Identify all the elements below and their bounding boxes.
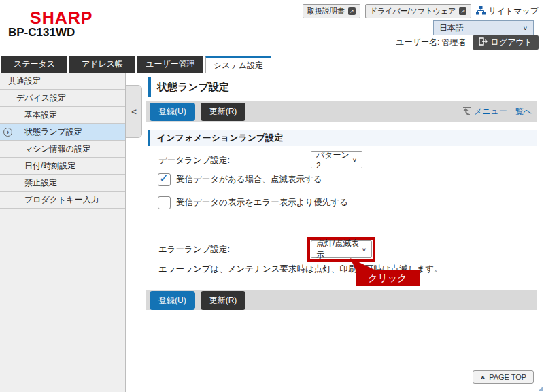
error-lamp-note: エラーランプは、メンテナンス要求時は点灯、印刷不可時は点滅します。	[158, 264, 526, 275]
sidebar-item-label: 状態ランプ設定	[24, 127, 82, 137]
menu-list-label: メニュー一覧へ	[474, 106, 532, 118]
error-lamp-value: 点灯/点滅表示	[316, 238, 362, 261]
sidebar-item-date-time-settings[interactable]: › 日付/時刻設定	[0, 158, 125, 175]
tab-user-management[interactable]: ユーザー管理	[137, 56, 203, 73]
blink-display-checkbox[interactable]: ✓	[158, 173, 171, 186]
register-button-bottom[interactable]: 登録(U)	[150, 291, 195, 310]
tab-system-settings[interactable]: システム設定	[205, 56, 271, 73]
caret-up-icon: ∧	[480, 374, 486, 380]
register-button[interactable]: 登録(U)	[150, 103, 195, 121]
blink-display-checkbox-row[interactable]: ✓ 受信データがある場合、点滅表示する	[158, 173, 322, 186]
sidebar-item-label: 日付/時刻設定	[24, 161, 75, 171]
header-utility-row: 取扱説明書 ↗ ドライバー/ソフトウェア ↗ サイトマップ	[303, 4, 539, 18]
top-toolbar: 登録(U) 更新(R) メニュー一覧へ	[146, 101, 537, 122]
tab-status[interactable]: ステータス	[1, 56, 67, 73]
page-top-button[interactable]: ∧ PAGE TOP	[473, 370, 534, 384]
page-title: 状態ランプ設定	[148, 77, 537, 97]
manual-button[interactable]: 取扱説明書 ↗	[303, 4, 360, 18]
main-content: 状態ランプ設定 登録(U) 更新(R) メニュー一覧へ インフォメーションランプ…	[126, 73, 544, 392]
driver-software-button[interactable]: ドライバー/ソフトウェア ↗	[365, 4, 472, 18]
blink-display-checkbox-label: 受信データがある場合、点滅表示する	[176, 174, 322, 185]
menu-list-link[interactable]: メニュー一覧へ	[462, 106, 532, 118]
sidebar-item-label: マシン情報の設定	[24, 144, 90, 154]
sidebar-item-device-settings[interactable]: › デバイス設定	[0, 90, 125, 107]
tab-system-settings-label: システム設定	[214, 60, 263, 71]
sidebar: › 共通設定 › デバイス設定 › 基本設定 › 状態ランプ設定 › マシン情報…	[0, 73, 126, 392]
sidebar-item-common-settings[interactable]: › 共通設定	[0, 73, 125, 90]
section-title-information-lamp: インフォメーションランプ設定	[148, 130, 537, 146]
error-lamp-select[interactable]: 点灯/点滅表示 ∨	[311, 240, 372, 258]
chevron-down-icon: ∨	[352, 157, 357, 163]
tab-status-label: ステータス	[14, 58, 55, 70]
annotation-click-label: クリック	[356, 270, 420, 286]
sidebar-item-label: 基本設定	[24, 110, 57, 120]
priority-display-checkbox-label: 受信データの表示をエラー表示より優先する	[176, 197, 348, 209]
logout-label: ログアウト	[491, 37, 532, 48]
data-lamp-value: パターン2	[316, 149, 352, 171]
sidebar-item-machine-info-settings[interactable]: › マシン情報の設定	[0, 141, 125, 158]
chevron-down-icon: ∨	[362, 247, 367, 253]
bottom-toolbar: 登録(U) 更新(R)	[146, 290, 537, 310]
language-select[interactable]: 日本語 ∨	[433, 20, 534, 35]
chevron-down-icon: ∨	[523, 25, 528, 31]
priority-display-checkbox-row[interactable]: ✓ 受信データの表示をエラー表示より優先する	[158, 196, 348, 209]
sidebar-item-label: 禁止設定	[24, 178, 57, 188]
driver-software-label: ドライバー/ソフトウェア	[370, 6, 456, 16]
sidebar-item-prohibit-settings[interactable]: › 禁止設定	[0, 175, 125, 192]
chevron-left-icon: <	[131, 107, 137, 117]
sitemap-label: サイトマップ	[488, 5, 539, 17]
priority-display-checkbox[interactable]: ✓	[158, 196, 171, 209]
page-top-label: PAGE TOP	[489, 373, 526, 381]
logout-button[interactable]: ログアウト	[473, 35, 539, 50]
update-button-bottom[interactable]: 更新(R)	[201, 291, 246, 310]
logout-icon	[479, 37, 488, 48]
tab-address-book-label: アドレス帳	[82, 58, 123, 70]
data-lamp-select[interactable]: パターン2 ∨	[311, 151, 362, 168]
sidebar-item-label: 共通設定	[8, 76, 41, 86]
header: SHARP BP-C131WD 取扱説明書 ↗ ドライバー/ソフトウェア ↗ サ…	[0, 0, 544, 56]
manual-button-label: 取扱説明書	[307, 6, 345, 16]
menu-list-icon	[462, 106, 472, 118]
sidebar-item-basic-settings[interactable]: › 基本設定	[0, 107, 125, 124]
sidebar-item-product-key-entry[interactable]: › プロダクトキー入力	[0, 192, 125, 209]
user-name-label: ユーザー名: 管理者	[396, 37, 466, 48]
tab-address-book[interactable]: アドレス帳	[69, 56, 135, 73]
sitemap-link[interactable]: サイトマップ	[476, 5, 539, 17]
section-divider	[155, 232, 536, 232]
sidebar-collapse-handle[interactable]: <	[126, 85, 142, 138]
sharp-logo: SHARP	[30, 8, 93, 28]
language-value: 日本語	[439, 22, 464, 34]
tab-bar: ステータス アドレス帳 ユーザー管理 システム設定	[0, 56, 544, 73]
update-button[interactable]: 更新(R)	[201, 103, 246, 121]
tab-user-management-label: ユーザー管理	[146, 58, 195, 70]
sidebar-item-label: デバイス設定	[16, 93, 66, 103]
sidebar-item-status-lamp-settings[interactable]: › 状態ランプ設定	[0, 124, 125, 141]
sitemap-icon	[476, 6, 486, 17]
data-lamp-label: データランプ設定:	[158, 155, 230, 166]
checkmark-icon: ✓	[159, 171, 169, 185]
model-name: BP-C131WD	[8, 26, 75, 39]
external-link-icon: ↗	[348, 7, 356, 15]
annotation-highlight-box: 点灯/点滅表示 ∨	[307, 237, 375, 262]
error-lamp-label: エラーランプ設定:	[158, 244, 230, 255]
sidebar-item-label: プロダクトキー入力	[24, 195, 99, 204]
external-link-icon: ↗	[459, 7, 466, 15]
user-row: ユーザー名: 管理者 ログアウト	[396, 35, 539, 50]
selected-arrow-icon: ›	[3, 128, 12, 137]
